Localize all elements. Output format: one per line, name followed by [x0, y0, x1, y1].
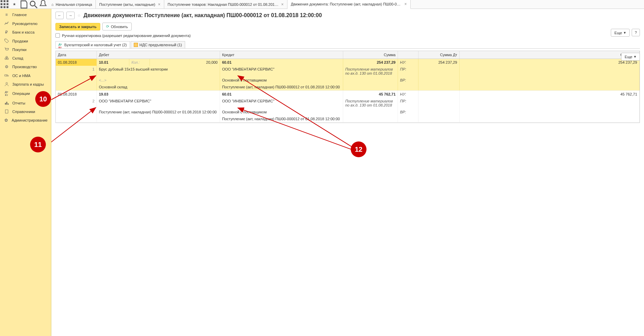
grid-more-button[interactable]: Еще ▾ [621, 53, 640, 61]
chevron-down-icon: ▾ [624, 30, 626, 35]
cell-blank [343, 84, 398, 90]
cell-pr-kt [460, 66, 640, 77]
cell-note: Поступление материалов по вх.д. 130 от 0… [343, 66, 398, 77]
col-date[interactable]: Дата [56, 51, 97, 59]
tab-receipts-label: Поступление (акты, накладные) [99, 2, 155, 7]
grid-more-label: Еще [625, 55, 632, 59]
cell-blank [398, 115, 418, 122]
close-icon[interactable]: × [404, 2, 407, 7]
svg-rect-11 [5, 58, 6, 60]
col-sum-dt[interactable]: Сумма Дт [418, 51, 460, 59]
chevron-down-icon: ▾ [634, 54, 636, 59]
cell-debit-sub3: Основной склад [97, 84, 220, 90]
page-title: Движения документа: Поступление (акт, на… [83, 12, 322, 18]
sidebar-item-label: Справочники [12, 110, 35, 114]
sidebar-item-reports[interactable]: Отчеты [0, 99, 51, 107]
cell-pr-label: ПР: [398, 98, 418, 109]
sidebar-item-assets[interactable]: ОС и НМА [0, 71, 51, 80]
tab-invoice[interactable]: Поступление товаров: Накладная ПШ00-0000… [164, 0, 287, 9]
tab-invoice-label: Поступление товаров: Накладная ПШ00-0000… [168, 2, 279, 7]
sidebar-item-warehouse[interactable]: Склад [0, 54, 51, 62]
cell-nu-kt: 254 237,29 [460, 59, 640, 66]
favorites-icon[interactable]: ★ [10, 0, 19, 9]
col-sum[interactable]: Сумма [343, 51, 398, 59]
cell-debit-sub3 [97, 115, 220, 122]
cell-debit-sub1: ООО "ИНВЕНТАРИ СЕРВИС" [97, 98, 220, 109]
refresh-icon: ⟳ [106, 24, 109, 29]
sidebar-item-manager[interactable]: Руководителю [0, 19, 51, 28]
sidebar-item-directories[interactable]: Справочники [0, 107, 51, 116]
bell-icon[interactable] [38, 0, 48, 9]
back-button[interactable]: ← [55, 12, 64, 19]
menu-icon: ≡ [3, 12, 10, 17]
dtkt-icon: ДтКт [3, 90, 10, 97]
home-icon: ⌂ [51, 2, 54, 7]
history-icon[interactable] [19, 0, 29, 9]
close-icon[interactable]: × [281, 2, 284, 7]
col-credit[interactable]: Кредит [220, 51, 343, 59]
sidebar-item-label: Главное [12, 13, 27, 17]
cell-date: 01.08.2018 [56, 91, 97, 98]
sidebar-item-label: Отчеты [12, 101, 25, 105]
col-debit[interactable]: Дебет [97, 51, 220, 59]
sidebar-item-purchases[interactable]: Покупки [0, 45, 51, 54]
sidebar-item-main[interactable]: ≡Главное [0, 10, 51, 19]
tab-receipts[interactable]: Поступление (акты, накладные) × [96, 0, 164, 9]
sidebar-item-sales[interactable]: Продажи [0, 37, 51, 45]
svg-point-15 [6, 83, 8, 84]
col-sum-kt[interactable]: Сумма Кт [460, 51, 640, 59]
cell-date: 01.08.2018 [56, 59, 97, 66]
apps-icon[interactable] [0, 0, 10, 9]
write-and-close-button[interactable]: Записать и закрыть [55, 23, 100, 30]
sidebar-item-operations[interactable]: ДтКтОперации [0, 88, 51, 99]
cell-blank [418, 115, 460, 122]
tab-movements[interactable]: Движения документа: Поступление (акт, на… [287, 0, 411, 9]
app-toolbar: ★ ⌂ Начальная страница Поступление (акты… [0, 0, 644, 9]
help-label: ? [635, 30, 637, 35]
svg-rect-19 [5, 110, 8, 113]
manual-correction-label: Ручная корректировка (разрешает редактир… [62, 34, 191, 38]
tag-icon [3, 39, 10, 43]
cell-credit-account: 60.01 [220, 59, 343, 66]
main-content: ← → ☆ Движения документа: Поступление (а… [51, 9, 644, 336]
sidebar-item-bank[interactable]: ₽Банк и касса [0, 28, 51, 37]
sidebar: ≡Главное Руководителю ₽Банк и касса Прод… [0, 9, 51, 336]
register-icon [134, 43, 138, 47]
table-row[interactable]: 01.08.2018 19.03 60.01 45 762,71 НУ: 45 … [56, 91, 640, 123]
title-bar: ← → ☆ Движения документа: Поступление (а… [55, 12, 640, 19]
tab-vat[interactable]: НДС предъявленный (1) [131, 41, 185, 48]
svg-rect-0 [1, 0, 2, 2]
cell-credit-sub3: Поступление (акт, накладная) ПШ00-000012… [220, 115, 343, 122]
book-icon [3, 109, 10, 114]
table-row[interactable]: 01.08.2018 10.01 Кол.: 20,000 60.01 254 … [56, 59, 640, 91]
sidebar-item-payroll[interactable]: Зарплата и кадры [0, 80, 51, 88]
search-icon[interactable] [29, 0, 38, 9]
manual-correction-checkbox[interactable] [55, 33, 60, 38]
tab-accounting[interactable]: ДтКт Бухгалтерский и налоговый учет (2) [55, 41, 130, 48]
register-tabs: ДтКт Бухгалтерский и налоговый учет (2) … [55, 41, 640, 49]
gear-icon: ✿ [3, 118, 9, 123]
refresh-button[interactable]: ⟳ Обновить [102, 23, 132, 30]
sidebar-item-label: Администрирование [12, 118, 48, 122]
cell-debit-sub2: <...> [97, 77, 220, 84]
svg-point-9 [30, 1, 35, 6]
cell-debit-account: 10.01 [97, 59, 129, 66]
tab-home[interactable]: ⌂ Начальная страница [48, 0, 96, 9]
svg-rect-2 [7, 0, 8, 2]
tab-accounting-label: Бухгалтерский и налоговый учет (2) [64, 43, 127, 47]
forward-button[interactable]: → [66, 12, 75, 19]
cell-note: Поступление материалов по вх.д. 130 от 0… [343, 98, 398, 109]
ruble-icon: ₽ [3, 30, 10, 35]
sidebar-item-production[interactable]: ⚙Производство [0, 62, 51, 71]
write-and-close-label: Записать и закрыть [59, 25, 96, 29]
sidebar-item-admin[interactable]: ✿Администрирование [0, 116, 51, 125]
cell-nu-dt [418, 91, 460, 98]
cell-vr-kt [460, 77, 640, 84]
favorite-toggle[interactable]: ☆ [77, 13, 81, 18]
cell-rownum: 1 [56, 66, 97, 77]
help-button[interactable]: ? [632, 29, 640, 36]
boxes-icon [3, 56, 10, 60]
cell-qty: 20,000 [150, 59, 220, 66]
more-button[interactable]: Еще ▾ [611, 29, 630, 37]
close-icon[interactable]: × [158, 2, 160, 7]
